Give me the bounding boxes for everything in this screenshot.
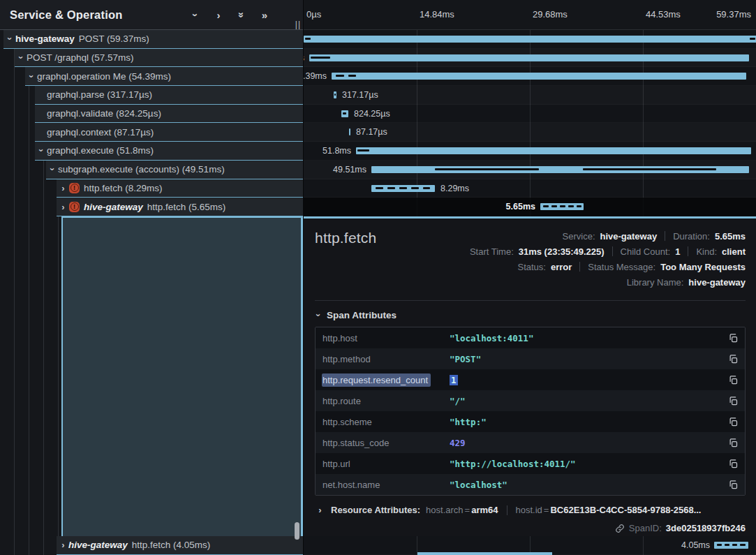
child-span-dash	[435, 168, 539, 170]
copy-icon[interactable]	[721, 375, 745, 385]
duration-label: 87.17µs	[356, 123, 387, 142]
attribute-key: http.url	[316, 459, 450, 469]
copy-icon[interactable]	[721, 480, 745, 490]
chevron-down-icon[interactable]	[27, 71, 37, 82]
duration-label: 54.39ms	[304, 67, 327, 86]
attribute-value: "POST"	[450, 354, 721, 364]
span-bar[interactable]	[356, 147, 751, 154]
copy-icon[interactable]	[721, 333, 745, 343]
span-attributes-header[interactable]: Span Attributes	[315, 310, 746, 320]
attribute-value: 1	[450, 375, 458, 385]
attribute-row: http.scheme "http:"	[316, 411, 745, 432]
span-bar[interactable]	[309, 54, 749, 61]
divider	[688, 246, 688, 256]
duration-label: 49.51ms	[333, 161, 366, 179]
tree-row-graphql-execute[interactable]: graphql.execute (51.8ms)	[0, 142, 303, 161]
indent-gutter	[0, 67, 25, 86]
child-span-dash	[560, 205, 565, 207]
child-span-dash	[577, 205, 581, 207]
span-bar[interactable]	[714, 542, 748, 549]
tree-row-post-graphql[interactable]: POST /graphql (57.57ms)	[0, 49, 303, 68]
span-label: graphql.execute (51.8ms)	[47, 145, 154, 156]
span-bar-partial[interactable]	[417, 552, 552, 555]
divider	[507, 505, 507, 515]
axis-tick: 44.53ms	[646, 9, 681, 20]
timeline-row: 49.51ms	[304, 161, 756, 179]
timeline-panel: 0µs 14.84ms 29.68ms 44.53ms 59.37ms 57.5…	[303, 0, 756, 555]
meta-label: Library Name:	[627, 277, 684, 288]
chevron-down-icon[interactable]	[16, 52, 27, 63]
copy-icon[interactable]	[721, 459, 745, 469]
span-bar[interactable]	[304, 36, 756, 43]
attribute-row: http.route "/"	[316, 390, 745, 411]
copy-icon[interactable]	[721, 438, 745, 448]
divider	[665, 231, 665, 241]
meta-value: 5.65ms	[715, 231, 746, 242]
meta-value: 1	[675, 246, 680, 257]
indent-gutter	[0, 49, 15, 68]
attribute-value: "http://localhost:4011/"	[450, 459, 721, 469]
timeline-row: 51.8ms	[304, 142, 756, 161]
expand-one-icon[interactable]	[214, 9, 223, 21]
chevron-right-icon[interactable]	[58, 540, 68, 550]
tree-row-graphql-parse[interactable]: graphql.parse (317.17µs)	[0, 86, 303, 105]
child-span-dash	[725, 544, 729, 546]
tree-row-http-fetch-8ms[interactable]: http.fetch (8.29ms)	[0, 179, 303, 198]
attribute-value: "localhost"	[450, 480, 721, 490]
chevron-down-icon[interactable]	[36, 145, 47, 156]
span-bar[interactable]	[349, 128, 350, 135]
divider	[579, 262, 580, 272]
resource-attributes-row[interactable]: Resource Attributes: host.arch=arm64 hos…	[315, 505, 746, 515]
tree-row-hive-gateway-post[interactable]: hive-gatewayPOST (59.37ms)	[0, 30, 303, 49]
duration-label: 51.8ms	[323, 142, 351, 161]
chevron-down-icon	[315, 310, 322, 320]
tree-row-graphql-context[interactable]: graphql.context (87.17µs)	[0, 123, 303, 142]
service-name: hive-gateway	[68, 540, 128, 550]
chevron-right-icon[interactable]	[58, 202, 68, 212]
duration-label: 8.29ms	[440, 179, 469, 198]
divider	[612, 246, 613, 256]
collapse-one-icon[interactable]	[191, 9, 200, 21]
resource-attribute: host.arch=arm64	[426, 505, 498, 515]
link-icon[interactable]	[615, 524, 625, 533]
span-bar[interactable]	[334, 91, 336, 98]
collapse-all-icon[interactable]	[237, 9, 246, 21]
attribute-key: http.method	[316, 354, 450, 364]
span-bar[interactable]	[371, 185, 435, 192]
meta-label: Status:	[518, 262, 546, 272]
tree-row-graphql-validate[interactable]: graphql.validate (824.25µs)	[0, 105, 303, 124]
tree-row-http-fetch-5ms-selected[interactable]: hive-gatewayhttp.fetch (5.65ms)	[0, 198, 303, 216]
span-bar[interactable]	[371, 166, 749, 173]
tree-row-http-fetch-4ms[interactable]: hive-gatewayhttp.fetch (4.05ms)	[0, 536, 303, 555]
scrollbar-thumb[interactable]	[295, 522, 299, 540]
copy-icon[interactable]	[721, 354, 745, 364]
tree-row-subgraph-execute[interactable]: subgraph.execute (accounts) (49.51ms)	[0, 161, 303, 179]
span-label: graphql.operation Me (54.39ms)	[37, 71, 171, 82]
span-id-label: SpanID:	[629, 523, 662, 533]
timeline-row-selected: 5.65ms	[304, 198, 756, 216]
error-icon	[69, 183, 80, 193]
chevron-right-icon[interactable]	[58, 183, 68, 193]
copy-icon[interactable]	[721, 417, 745, 427]
chevron-down-icon[interactable]	[5, 34, 15, 44]
span-tree-panel: Service & Operation || hive-gatewayPOST …	[0, 0, 303, 555]
timeline-row: 8.29ms	[304, 179, 756, 198]
tree-row-graphql-operation[interactable]: graphql.operation Me (54.39ms)	[0, 67, 303, 86]
span-label: graphql.validate (824.25µs)	[47, 108, 161, 119]
axis-tick: 14.84ms	[420, 9, 454, 20]
child-span-dash	[387, 187, 395, 189]
child-span-dash	[568, 205, 574, 207]
span-bar[interactable]	[341, 110, 348, 117]
indent-gutter	[0, 198, 57, 216]
copy-icon[interactable]	[721, 396, 745, 406]
indent-gutter	[0, 536, 57, 555]
chevron-down-icon[interactable]	[47, 164, 58, 175]
span-details-panel: http.fetch Service: hive-gateway Duratio…	[304, 216, 756, 536]
expand-all-icon[interactable]	[260, 9, 269, 21]
span-bar[interactable]	[540, 203, 584, 210]
span-bar[interactable]	[332, 73, 746, 80]
axis-tick: 59.37ms	[716, 9, 751, 20]
panel-resize-handle[interactable]: ||	[295, 20, 301, 29]
indent-gutter	[0, 179, 57, 198]
axis-tick: 0µs	[306, 9, 321, 20]
